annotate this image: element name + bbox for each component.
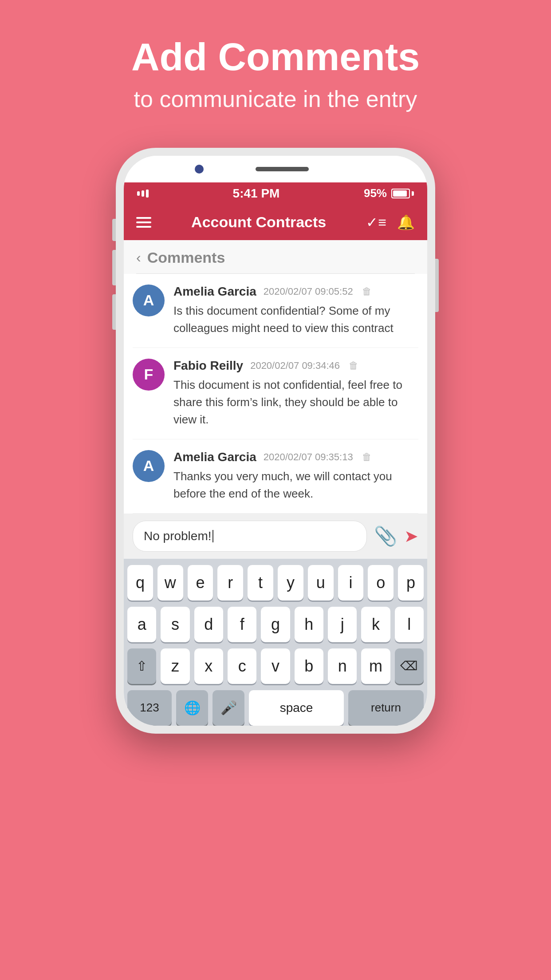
keyboard-row-4: 123 🌐 🎤 space return (127, 690, 424, 726)
delete-key[interactable]: ⌫ (395, 648, 424, 684)
key-r[interactable]: r (217, 565, 243, 601)
header-icons: ✓≡ 🔔 (366, 214, 415, 231)
key-e[interactable]: e (188, 565, 213, 601)
attach-button[interactable]: 📎 (374, 525, 397, 547)
keyboard-row-1: q w e r t y u i o p (127, 565, 424, 601)
phone-mockup: 5:41 PM 95% Acc (116, 148, 435, 734)
comment-meta: Fabio Reilly 2020/02/07 09:34:46 🗑 (173, 359, 418, 373)
key-m[interactable]: m (361, 648, 390, 684)
numbers-key[interactable]: 123 (127, 690, 172, 726)
comment-meta: Amelia Garcia 2020/02/07 09:35:13 🗑 (173, 450, 418, 464)
key-u[interactable]: u (308, 565, 334, 601)
comments-section-title: Comments (147, 249, 225, 266)
keyboard-row-3: ⇧ z x c v b n m ⌫ (127, 648, 424, 684)
input-area: No problem! 📎 ➤ (124, 514, 427, 559)
side-button-vol-up (112, 250, 116, 285)
keyboard[interactable]: q w e r t y u i o p a s d f g (124, 559, 427, 726)
return-key[interactable]: return (348, 690, 424, 726)
key-k[interactable]: k (361, 607, 390, 642)
key-z[interactable]: z (161, 648, 189, 684)
side-button-mute (112, 219, 116, 241)
battery-percent: 95% (364, 186, 387, 200)
key-n[interactable]: n (328, 648, 357, 684)
comment-date: 2020/02/07 09:34:46 (250, 360, 340, 371)
battery-body (391, 189, 410, 198)
key-i[interactable]: i (338, 565, 364, 601)
key-x[interactable]: x (194, 648, 223, 684)
key-j[interactable]: j (328, 607, 357, 642)
back-button[interactable]: ‹ (136, 249, 141, 266)
phone-screen: 5:41 PM 95% Acc (124, 156, 427, 726)
menu-button[interactable] (136, 217, 151, 228)
key-v[interactable]: v (261, 648, 290, 684)
space-key[interactable]: space (249, 690, 344, 726)
app-header: Account Contracts ✓≡ 🔔 (124, 205, 427, 240)
key-d[interactable]: d (194, 607, 223, 642)
comment-item: A Amelia Garcia 2020/02/07 09:05:52 🗑 Is… (133, 274, 418, 348)
comments-list: A Amelia Garcia 2020/02/07 09:05:52 🗑 Is… (124, 274, 427, 514)
key-g[interactable]: g (261, 607, 290, 642)
key-a[interactable]: a (127, 607, 156, 642)
comment-date: 2020/02/07 09:35:13 (264, 451, 353, 463)
key-c[interactable]: c (228, 648, 256, 684)
app-title: Account Contracts (191, 213, 326, 231)
comment-text: This document is not confidential, feel … (173, 376, 418, 428)
delete-comment-icon[interactable]: 🗑 (349, 360, 358, 371)
key-t[interactable]: t (248, 565, 273, 601)
hamburger-line (136, 226, 151, 228)
delete-comment-icon[interactable]: 🗑 (362, 451, 372, 463)
key-p[interactable]: p (398, 565, 424, 601)
globe-key[interactable]: 🌐 (176, 690, 208, 726)
phone-frame: 5:41 PM 95% Acc (116, 148, 435, 734)
text-cursor (213, 530, 213, 542)
hero-subtitle: to communicate in the entry (134, 86, 417, 112)
key-y[interactable]: y (278, 565, 303, 601)
key-f[interactable]: f (228, 607, 256, 642)
signal-bar-3 (146, 190, 149, 198)
comment-content: Amelia Garcia 2020/02/07 09:05:52 🗑 Is t… (173, 285, 418, 337)
signal-strength (137, 190, 149, 198)
key-o[interactable]: o (368, 565, 394, 601)
key-q[interactable]: q (127, 565, 153, 601)
avatar: A (133, 450, 165, 482)
comment-content: Fabio Reilly 2020/02/07 09:34:46 🗑 This … (173, 359, 418, 428)
comment-text: Is this document confidential? Some of m… (173, 302, 418, 337)
comments-header: ‹ Comments (136, 249, 415, 274)
signal-bar-2 (142, 190, 144, 197)
comment-item: F Fabio Reilly 2020/02/07 09:34:46 🗑 Thi… (133, 348, 418, 439)
hamburger-line (136, 217, 151, 219)
shift-key[interactable]: ⇧ (127, 648, 156, 684)
avatar: A (133, 285, 165, 316)
battery-fill (393, 190, 407, 197)
comment-meta: Amelia Garcia 2020/02/07 09:05:52 🗑 (173, 285, 418, 299)
checklist-icon[interactable]: ✓≡ (366, 214, 386, 231)
status-bar: 5:41 PM 95% (124, 182, 427, 205)
signal-bar-1 (137, 191, 140, 196)
comment-input-field[interactable]: No problem! (133, 521, 367, 552)
comment-author: Amelia Garcia (173, 450, 256, 464)
phone-top-bar (124, 156, 427, 182)
comment-item: A Amelia Garcia 2020/02/07 09:35:13 🗑 Th… (133, 439, 418, 514)
hero-title: Add Comments (131, 36, 420, 79)
key-b[interactable]: b (295, 648, 323, 684)
bell-icon[interactable]: 🔔 (397, 214, 415, 231)
side-button-power (435, 259, 439, 312)
comment-text: Thanks you very much, we will contact yo… (173, 468, 418, 502)
hamburger-line (136, 221, 151, 223)
key-s[interactable]: s (161, 607, 189, 642)
comments-section: ‹ Comments (124, 240, 427, 274)
delete-comment-icon[interactable]: 🗑 (362, 286, 372, 297)
comment-author: Amelia Garcia (173, 285, 256, 299)
hero-section: Add Comments to communicate in the entry (0, 0, 551, 130)
comment-author: Fabio Reilly (173, 359, 243, 373)
side-button-vol-down (112, 294, 116, 330)
speaker (256, 167, 309, 171)
key-l[interactable]: l (395, 607, 424, 642)
mic-key[interactable]: 🎤 (213, 690, 244, 726)
key-h[interactable]: h (295, 607, 323, 642)
input-text: No problem! (144, 529, 212, 543)
avatar: F (133, 359, 165, 391)
key-w[interactable]: w (157, 565, 183, 601)
send-button[interactable]: ➤ (404, 526, 418, 546)
status-right: 95% (364, 186, 414, 200)
